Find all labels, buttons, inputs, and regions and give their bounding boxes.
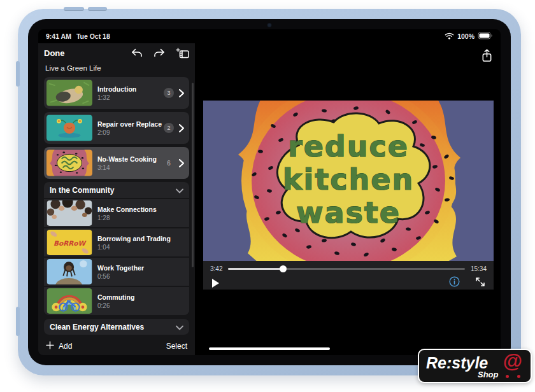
clip-title: Work Together xyxy=(97,264,184,272)
clip-title: Make Connections xyxy=(97,206,184,213)
clip-duration: 0:56 xyxy=(97,273,184,280)
project-title: Live a Green Life xyxy=(45,64,189,72)
redo-icon[interactable] xyxy=(153,48,165,58)
clip-title: No-Waste Cooking xyxy=(97,155,159,163)
add-label: Add xyxy=(59,342,72,351)
section-header-clean-energy[interactable]: Clean Energy Alternatives xyxy=(44,319,189,335)
clip-thumbnail xyxy=(46,259,92,284)
fullscreen-icon[interactable] xyxy=(475,277,485,290)
section-title: In the Community xyxy=(50,186,114,195)
clip-row-commuting[interactable]: Commuting 0:26 xyxy=(44,286,189,315)
clip-duration: 1:04 xyxy=(97,244,184,251)
section-title: Clean Energy Alternatives xyxy=(50,323,144,332)
side-button xyxy=(16,61,20,87)
section-header-community[interactable]: In the Community xyxy=(44,182,189,198)
clip-row-no-waste-cooking[interactable]: No-Waste Cooking 3:14 6 xyxy=(44,147,189,179)
video-player: reduce kitchen waste 3:42 xyxy=(203,101,494,290)
info-icon[interactable] xyxy=(449,276,460,290)
bezel: 9:41 AM Tue Oct 18 100% Done xyxy=(28,19,511,365)
page: 9:41 AM Tue Oct 18 100% Done xyxy=(0,0,535,392)
add-clip-icon[interactable] xyxy=(176,48,189,59)
plus-icon xyxy=(46,341,54,351)
chevron-down-icon xyxy=(176,321,183,333)
elapsed-time: 3:42 xyxy=(210,265,222,272)
clip-count-badge: 6 xyxy=(164,158,174,168)
clip-title: Repair over Replace xyxy=(97,120,159,128)
chevron-right-icon xyxy=(179,159,184,167)
player-controls: 3:42 15:34 xyxy=(203,261,494,290)
status-time: 9:41 AM xyxy=(46,32,71,40)
watermark-logo: Re:style Shop @ xyxy=(418,349,532,383)
wifi-icon xyxy=(445,32,454,41)
play-icon[interactable] xyxy=(212,279,219,288)
volume-up-button xyxy=(64,7,84,11)
player-progress-played xyxy=(228,268,282,270)
app-content: Done Live a Green Life xyxy=(38,43,501,355)
battery-icon xyxy=(478,32,493,41)
cart-at-symbol: @ xyxy=(503,350,522,373)
clip-row-borrowing-and-trading[interactable]: BoRRoW Borrowing and Trading 1:04 xyxy=(44,227,189,256)
clip-thumbnail xyxy=(46,150,92,176)
clip-count-badge: 2 xyxy=(164,123,174,133)
cart-wheel xyxy=(506,375,509,378)
status-bar: 9:41 AM Tue Oct 18 100% xyxy=(38,29,501,43)
clip-title: Introduction xyxy=(97,85,159,93)
clip-thumbnail xyxy=(46,115,92,141)
video-artwork[interactable]: reduce kitchen waste xyxy=(203,101,494,261)
section-in-the-community: In the Community Make Connections 1:28 xyxy=(44,182,189,315)
clip-row-repair-over-replace[interactable]: Repair over Replace 2:09 2 xyxy=(44,112,189,144)
clip-thumbnail xyxy=(46,80,92,106)
add-button[interactable]: Add xyxy=(46,341,72,351)
status-date: Tue Oct 18 xyxy=(76,32,110,40)
clip-row-work-together[interactable]: Work Together 0:56 xyxy=(44,256,189,286)
cart-wheel xyxy=(517,375,520,378)
clip-duration: 2:09 xyxy=(97,129,159,136)
clip-sidebar: Done Live a Green Life xyxy=(38,43,195,355)
sidebar-toolbar: Done xyxy=(44,43,189,62)
home-indicator[interactable] xyxy=(209,347,330,350)
select-button[interactable]: Select xyxy=(166,342,187,351)
share-icon[interactable] xyxy=(481,48,493,66)
svg-text:BoRRoW: BoRRoW xyxy=(54,239,87,247)
artwork-word-2: kitchen xyxy=(283,162,414,197)
clip-thumbnail: BoRRoW xyxy=(46,230,92,255)
done-button[interactable]: Done xyxy=(44,48,65,58)
artwork-word-3: waste xyxy=(296,195,401,230)
clip-duration: 1:32 xyxy=(97,94,159,101)
screen: 9:41 AM Tue Oct 18 100% Done xyxy=(38,29,501,355)
artwork-word-1: reduce xyxy=(288,129,409,164)
chevron-down-icon xyxy=(176,185,183,196)
side-button xyxy=(16,307,20,336)
viewer-area: reduce kitchen waste 3:42 xyxy=(195,43,501,355)
battery-percent: 100% xyxy=(457,32,474,40)
undo-icon[interactable] xyxy=(131,48,143,58)
chevron-right-icon xyxy=(179,89,184,97)
volume-down-button xyxy=(88,7,107,11)
clip-row-introduction[interactable]: Introduction 1:32 3 xyxy=(44,77,189,109)
sidebar-scrollbar[interactable] xyxy=(192,83,194,267)
sidebar-footer: Add Select xyxy=(38,337,195,355)
player-progress-track[interactable] xyxy=(228,268,465,270)
chevron-right-icon xyxy=(179,124,184,132)
section-clean-energy: Clean Energy Alternatives xyxy=(44,319,189,335)
ipad-device: 9:41 AM Tue Oct 18 100% Done xyxy=(18,9,521,375)
clip-count-badge: 3 xyxy=(164,88,174,98)
clip-title: Borrowing and Trading xyxy=(97,235,184,242)
clip-thumbnail xyxy=(46,200,92,226)
brand-sub: Shop xyxy=(478,370,499,379)
clip-duration: 0:26 xyxy=(97,302,184,309)
front-camera xyxy=(268,23,272,27)
clip-thumbnail xyxy=(46,288,92,314)
clip-duration: 3:14 xyxy=(97,164,159,171)
clip-row-make-connections[interactable]: Make Connections 1:28 xyxy=(44,198,189,227)
player-progress-knob[interactable] xyxy=(280,265,287,272)
total-time: 15:34 xyxy=(471,265,487,272)
clip-duration: 1:28 xyxy=(97,214,184,221)
clip-title: Commuting xyxy=(97,293,184,301)
